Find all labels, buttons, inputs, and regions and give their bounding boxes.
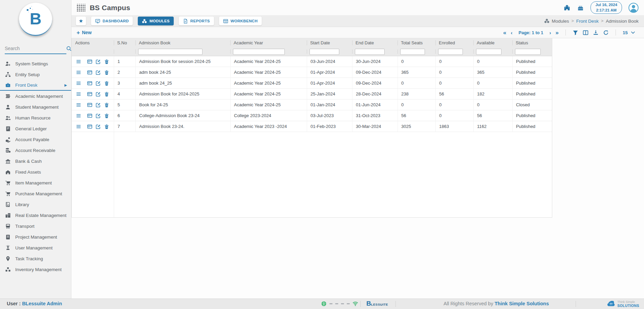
sidebar-item-library[interactable]: Library bbox=[0, 199, 71, 210]
row-card-icon[interactable] bbox=[87, 81, 92, 86]
row-menu-icon[interactable] bbox=[76, 59, 81, 64]
row-menu-icon[interactable] bbox=[76, 124, 81, 129]
row-edit-icon[interactable] bbox=[95, 81, 101, 86]
column-header-end-date[interactable]: End Date bbox=[352, 38, 398, 47]
filter-icon[interactable] bbox=[573, 30, 578, 36]
sidebar-item-purchase-management[interactable]: Purchase Management bbox=[0, 188, 71, 199]
column-header-total-seats[interactable]: Total Seats bbox=[398, 38, 435, 47]
search-input[interactable] bbox=[5, 46, 66, 51]
column-header-admission-book[interactable]: Admission Book bbox=[135, 38, 230, 47]
favorites-star-button[interactable]: ★ bbox=[76, 17, 86, 25]
download-icon[interactable] bbox=[593, 30, 599, 36]
tab-modules[interactable]: MODULES bbox=[138, 17, 174, 25]
filter-input-admission-book[interactable] bbox=[138, 49, 202, 55]
row-menu-icon[interactable] bbox=[76, 70, 81, 75]
search-icon[interactable] bbox=[66, 46, 72, 51]
row-card-icon[interactable] bbox=[87, 59, 92, 64]
sidebar-item-transport[interactable]: Transport bbox=[0, 221, 71, 231]
filter-input-enrolled[interactable] bbox=[438, 49, 463, 55]
row-edit-icon[interactable] bbox=[95, 70, 101, 75]
column-header-start-date[interactable]: Start Date bbox=[307, 38, 352, 47]
sidebar-item-account-receivable[interactable]: Account Receivable bbox=[0, 145, 71, 156]
filter-input-end-date[interactable] bbox=[355, 49, 385, 55]
cell-available: 1162 bbox=[473, 121, 512, 132]
refresh-icon[interactable] bbox=[603, 30, 609, 36]
row-delete-icon[interactable] bbox=[104, 124, 109, 129]
row-delete-icon[interactable] bbox=[104, 81, 109, 86]
statusbar-divider bbox=[576, 301, 576, 307]
sidebar-item-bank-cash[interactable]: Bank & Cash bbox=[0, 156, 71, 167]
birthday-cake-icon[interactable] bbox=[577, 4, 584, 11]
first-page-button[interactable]: « bbox=[503, 30, 506, 36]
tab-dashboard[interactable]: DASHBOARD bbox=[91, 17, 133, 25]
prev-page-button[interactable]: ‹ bbox=[511, 30, 513, 35]
row-edit-icon[interactable] bbox=[95, 91, 101, 97]
blessuite-logo-circle[interactable]: B bbox=[19, 3, 52, 36]
row-edit-icon[interactable] bbox=[95, 59, 101, 64]
breadcrumb-modules[interactable]: Modules bbox=[552, 19, 569, 24]
column-header-enrolled[interactable]: Enrolled bbox=[435, 38, 473, 47]
sidebar-item-entity-setup[interactable]: Entity Setup bbox=[0, 69, 71, 80]
filter-input-status[interactable] bbox=[515, 49, 541, 55]
row-edit-icon[interactable] bbox=[95, 102, 101, 108]
columns-icon[interactable] bbox=[583, 30, 588, 36]
sidebar-item-label: Transport bbox=[15, 224, 35, 229]
sidebar-item-academic-management[interactable]: Academic Management bbox=[0, 91, 71, 102]
row-edit-icon[interactable] bbox=[95, 113, 101, 118]
sidebar-item-student-management[interactable]: Student Management bbox=[0, 102, 71, 112]
tab-reports[interactable]: REPORTS bbox=[179, 17, 214, 25]
user-name-link[interactable]: BLessuite Admin bbox=[22, 301, 62, 306]
sidebar-item-user-management[interactable]: User Management bbox=[0, 242, 71, 253]
sidebar-item-item-management[interactable]: Item Management bbox=[0, 177, 71, 188]
row-card-icon[interactable] bbox=[87, 91, 92, 97]
sidebar-item-inventory-management[interactable]: Inventory Management bbox=[0, 264, 71, 275]
grid-dots-icon[interactable] bbox=[76, 4, 85, 12]
cell-available: 0 bbox=[473, 56, 512, 67]
sidebar-item-task-tracking[interactable]: Task Tracking bbox=[0, 253, 71, 264]
row-card-icon[interactable] bbox=[87, 102, 92, 108]
filter-input-available[interactable] bbox=[476, 49, 501, 55]
company-link[interactable]: Think Simple Solutions bbox=[495, 301, 549, 306]
row-delete-icon[interactable] bbox=[104, 102, 109, 108]
column-header-actions[interactable]: Actions bbox=[72, 38, 114, 47]
user-avatar-icon[interactable] bbox=[628, 3, 639, 13]
last-page-button[interactable]: » bbox=[556, 30, 559, 36]
row-card-icon[interactable] bbox=[87, 124, 92, 129]
filter-input-total-seats[interactable] bbox=[400, 49, 425, 55]
row-card-icon[interactable] bbox=[87, 70, 92, 75]
row-menu-icon[interactable] bbox=[76, 91, 81, 97]
sidebar-item-project-management[interactable]: Project Management bbox=[0, 231, 71, 242]
sidebar-item-system-settings[interactable]: System Settings bbox=[0, 58, 71, 69]
row-edit-icon[interactable] bbox=[95, 124, 101, 129]
sidebar-item-human-resource[interactable]: Human Resource bbox=[0, 112, 71, 123]
row-delete-icon[interactable] bbox=[104, 91, 109, 97]
row-menu-icon[interactable] bbox=[76, 102, 81, 108]
campus-building-icon[interactable] bbox=[563, 4, 571, 11]
tab-workbench[interactable]: WORKBENCH bbox=[219, 17, 262, 25]
row-menu-icon[interactable] bbox=[76, 113, 81, 118]
column-header-status[interactable]: Status bbox=[512, 38, 552, 47]
new-button[interactable]: + New bbox=[77, 30, 92, 36]
row-delete-icon[interactable] bbox=[104, 59, 109, 64]
row-menu-icon[interactable] bbox=[76, 81, 81, 86]
sidebar-item-account-payable[interactable]: Account Payable bbox=[0, 134, 71, 145]
page-size-select[interactable]: 15 bbox=[623, 30, 635, 35]
cell-admission-book: College-Admission Book 23-24 bbox=[135, 110, 230, 121]
sidebar-item-fixed-assets[interactable]: Fixed Assets bbox=[0, 167, 71, 177]
sidebar-item-label: General Ledger bbox=[15, 126, 47, 131]
column-header-available[interactable]: Available bbox=[473, 38, 512, 47]
row-delete-icon[interactable] bbox=[104, 70, 109, 75]
next-page-button[interactable]: › bbox=[550, 30, 551, 35]
column-header-s-no[interactable]: S.No bbox=[114, 38, 135, 47]
sidebar-item-real-estate-management[interactable]: Real Estate Management bbox=[0, 210, 71, 221]
breadcrumb-front-desk[interactable]: Front Desk bbox=[576, 19, 599, 24]
filter-input-start-date[interactable] bbox=[309, 49, 339, 55]
sidebar-item-front-desk[interactable]: Front Desk▶ bbox=[0, 80, 71, 91]
filter-input-academic-year[interactable] bbox=[233, 49, 285, 55]
datetime-badge: Jul 16, 2024 2:17:21 AM bbox=[591, 1, 622, 14]
row-delete-icon[interactable] bbox=[104, 113, 109, 118]
sidebar-item-general-ledger[interactable]: General Ledger bbox=[0, 123, 71, 134]
row-card-icon[interactable] bbox=[87, 113, 92, 118]
breadcrumb-admission-book[interactable]: Admission Book bbox=[606, 19, 639, 24]
column-header-academic-year[interactable]: Academic Year bbox=[230, 38, 307, 47]
